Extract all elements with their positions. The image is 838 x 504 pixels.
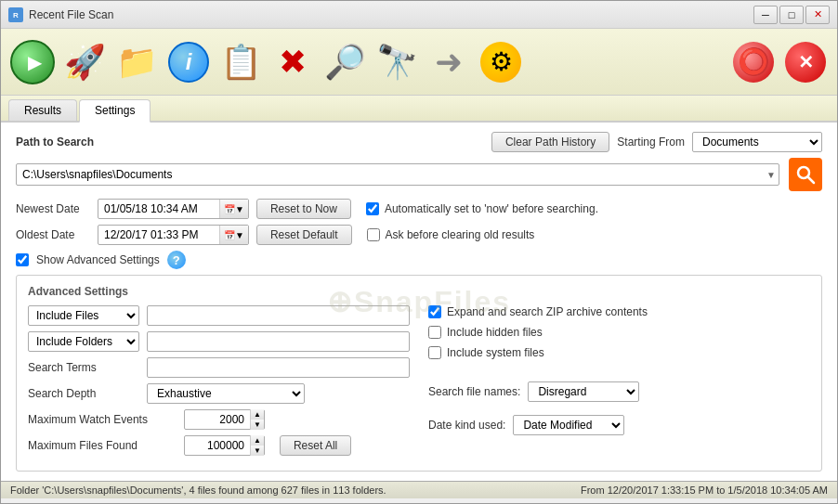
ask-before-clear-label: Ask before clearing old results xyxy=(386,228,535,241)
oldest-date-calendar-button[interactable]: 📅▼ xyxy=(219,226,248,244)
expand-zip-label: Expand and search ZIP archive contents xyxy=(447,305,648,318)
folder-button[interactable]: 📁 xyxy=(112,38,161,86)
starting-from-select[interactable]: Documents Desktop Downloads My Computer xyxy=(692,132,822,152)
advanced-settings-box: Advanced Settings Include Files Exclude … xyxy=(16,275,822,472)
newest-date-calendar-button[interactable]: 📅▼ xyxy=(219,200,248,218)
include-files-select[interactable]: Include Files Exclude Files xyxy=(28,305,139,326)
max-files-down[interactable]: ▼ xyxy=(251,446,264,456)
title-bar: R Recent File Scan ─ □ ✕ xyxy=(1,1,837,29)
document-icon: 📋 xyxy=(220,43,262,82)
arrow-button[interactable]: ➜ xyxy=(425,38,473,86)
close-app-button[interactable]: ✕ xyxy=(781,38,830,86)
max-watch-row: Maximum Watch Events ▲ ▼ xyxy=(28,409,410,430)
max-watch-spinner: ▲ ▼ xyxy=(250,409,264,430)
maximize-button[interactable]: □ xyxy=(779,6,804,24)
max-files-container: ▲ ▼ xyxy=(184,435,265,456)
reset-all-button[interactable]: Reset All xyxy=(280,435,351,456)
search-terms-row: Search Terms xyxy=(28,357,410,378)
app-icon: R xyxy=(8,7,23,22)
search-file-names-row: Search file names: Disregard Contains St… xyxy=(428,381,810,402)
reset-to-now-button[interactable]: Reset to Now xyxy=(256,199,351,219)
search-icon-box[interactable] xyxy=(789,158,822,191)
svg-line-3 xyxy=(808,177,814,183)
include-hidden-label: Include hidden files xyxy=(447,326,543,339)
document-button[interactable]: 📋 xyxy=(216,38,265,86)
max-files-row: Maximum Files Found ▲ ▼ Reset All xyxy=(28,435,410,456)
max-files-up[interactable]: ▲ xyxy=(251,435,264,446)
include-files-row: Include Files Exclude Files xyxy=(28,305,410,326)
info-button[interactable]: i xyxy=(164,38,213,86)
search-doc-button[interactable]: 🔎 xyxy=(321,38,369,86)
status-bar: Folder 'C:\Users\snapfiles\Documents', 4… xyxy=(1,481,837,498)
search-terms-input[interactable] xyxy=(147,357,410,378)
search-file-names-select[interactable]: Disregard Contains Starts With Ends With xyxy=(528,381,639,402)
gear-button[interactable]: ⚙ xyxy=(477,38,525,86)
settings-panel: Path to Search Clear Path History Starti… xyxy=(1,123,837,481)
auto-set-now-row: Automatically set to 'now' before search… xyxy=(366,202,598,215)
max-watch-up[interactable]: ▲ xyxy=(251,409,264,420)
search-depth-label: Search Depth xyxy=(28,387,139,400)
include-hidden-row: Include hidden files xyxy=(428,326,810,339)
newest-date-input[interactable] xyxy=(98,200,219,217)
search-depth-row: Search Depth Exhaustive Shallow Medium xyxy=(28,383,410,404)
clear-path-history-button[interactable]: Clear Path History xyxy=(491,132,609,152)
binoculars-button[interactable]: 🔭 xyxy=(373,38,421,86)
svg-text:R: R xyxy=(13,11,19,19)
date-kind-label: Date kind used: xyxy=(428,419,505,432)
search-file-names-label: Search file names: xyxy=(428,385,520,398)
ask-before-clear-row: Ask before clearing old results xyxy=(367,228,535,241)
include-files-input[interactable] xyxy=(147,305,410,326)
search-icon xyxy=(795,164,816,185)
binoculars-icon: 🔭 xyxy=(376,43,418,82)
search-doc-icon: 🔎 xyxy=(324,43,366,82)
oldest-date-label: Oldest Date xyxy=(16,228,90,241)
tab-settings[interactable]: Settings xyxy=(79,99,151,123)
show-advanced-checkbox[interactable] xyxy=(16,253,29,266)
max-files-spinner: ▲ ▼ xyxy=(250,435,264,456)
help-icon[interactable]: ? xyxy=(167,251,186,269)
include-hidden-checkbox[interactable] xyxy=(428,326,441,339)
advanced-title: Advanced Settings xyxy=(28,285,810,298)
include-system-row: Include system files xyxy=(428,346,810,359)
oldest-date-input[interactable] xyxy=(98,226,219,243)
include-folders-row: Include Folders Exclude Folders xyxy=(28,331,410,352)
delete-button[interactable]: ✖ xyxy=(268,38,317,86)
search-depth-select[interactable]: Exhaustive Shallow Medium xyxy=(147,383,305,404)
expand-zip-checkbox[interactable] xyxy=(428,305,441,318)
include-folders-input[interactable] xyxy=(147,331,410,352)
expand-zip-row: Expand and search ZIP archive contents xyxy=(428,305,810,318)
starting-from-label: Starting From xyxy=(617,136,685,149)
tab-results[interactable]: Results xyxy=(8,99,77,121)
auto-set-now-checkbox[interactable] xyxy=(366,202,379,215)
help-button[interactable]: ⭕ xyxy=(729,38,778,86)
delete-icon: ✖ xyxy=(272,42,313,83)
include-system-label: Include system files xyxy=(447,346,544,359)
rocket-button[interactable]: 🚀 xyxy=(60,38,109,86)
include-folders-select[interactable]: Include Folders Exclude Folders xyxy=(28,331,139,352)
play-icon xyxy=(10,40,55,84)
show-advanced-label: Show Advanced Settings xyxy=(36,253,160,266)
max-files-input[interactable] xyxy=(185,437,250,454)
advanced-content: Include Files Exclude Files Include Fold… xyxy=(28,305,810,461)
date-kind-select[interactable]: Date Modified Date Created Date Accessed xyxy=(513,415,624,435)
lifering-icon: ⭕ xyxy=(733,42,774,83)
newest-date-container: 📅▼ xyxy=(98,199,249,219)
show-advanced-row: Show Advanced Settings ? xyxy=(16,251,822,269)
status-right: From 12/20/2017 1:33:15 PM to 1/5/2018 1… xyxy=(581,485,828,496)
path-label: Path to Search xyxy=(16,136,109,149)
include-system-checkbox[interactable] xyxy=(428,346,441,359)
window-controls: ─ □ ✕ xyxy=(753,6,830,24)
reset-default-button[interactable]: Reset Default xyxy=(256,225,352,245)
max-files-label: Maximum Files Found xyxy=(28,439,177,452)
max-watch-down[interactable]: ▼ xyxy=(251,420,264,430)
rocket-icon: 🚀 xyxy=(64,43,106,82)
minimize-button[interactable]: ─ xyxy=(753,6,778,24)
max-watch-input[interactable] xyxy=(185,411,250,428)
path-input[interactable] xyxy=(16,163,779,186)
play-button[interactable] xyxy=(8,38,57,86)
window-title: Recent File Scan xyxy=(29,8,753,21)
path-dropdown-button[interactable]: ▼ xyxy=(765,168,778,182)
ask-before-clear-checkbox[interactable] xyxy=(367,228,380,241)
window-close-button[interactable]: ✕ xyxy=(805,6,830,24)
close-app-icon: ✕ xyxy=(785,42,826,83)
